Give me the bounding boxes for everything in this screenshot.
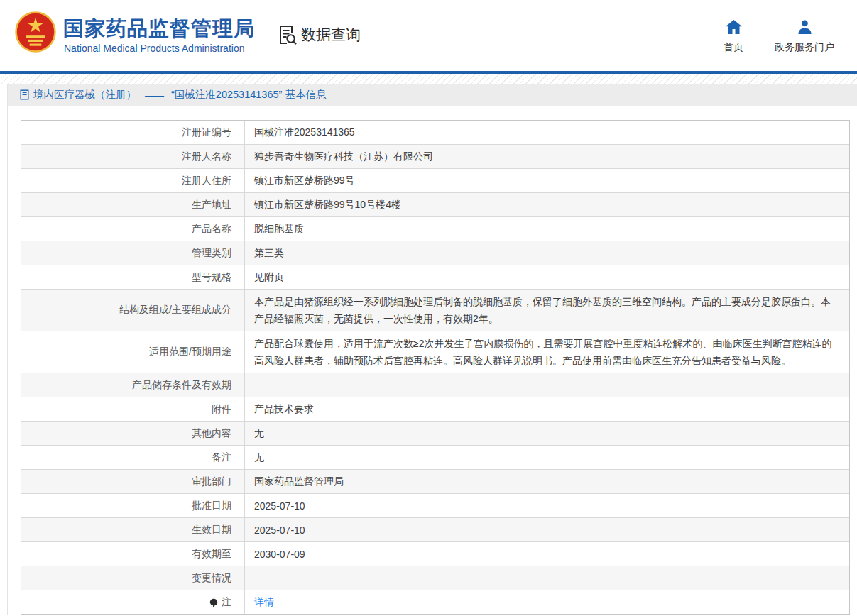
table-row: 注册人名称独步吾奇生物医疗科技（江苏）有限公司 xyxy=(21,145,849,169)
document-icon xyxy=(20,89,29,100)
table-row: 结构及组成/主要组成成分本产品是由猪源组织经一系列脱细胞处理后制备的脱细胞基质，… xyxy=(21,290,849,331)
row-value: 镇江市新区楚桥路99号10号楼4楼 xyxy=(245,193,849,216)
row-label: 备注 xyxy=(21,446,245,469)
table-row: 其他内容无 xyxy=(21,422,849,446)
row-label: 注册人住所 xyxy=(21,169,245,192)
breadcrumb: 境内医疗器械（注册） —— “国械注准20253141365” 基本信息 xyxy=(8,84,857,106)
breadcrumb-category[interactable]: 境内医疗器械（注册） xyxy=(33,88,136,101)
row-value: 2030-07-09 xyxy=(245,542,849,566)
row-value: 见附页 xyxy=(245,265,849,289)
table-row: 附件产品技术要求 xyxy=(21,397,849,422)
national-emblem-logo xyxy=(15,11,56,53)
row-value: 产品配合球囊使用，适用于流产次数≥2次并发生子宫内膜损伤的，且需要开展宫腔中重度… xyxy=(245,331,849,373)
row-value: 本产品是由猪源组织经一系列脱细胞处理后制备的脱细胞基质，保留了细胞外基质的三维空… xyxy=(245,290,849,331)
row-label: 型号规格 xyxy=(21,265,245,289)
breadcrumb-current: “国械注准20253141365” 基本信息 xyxy=(171,88,326,101)
row-value: 第三类 xyxy=(245,241,849,265)
row-value: 2025-07-10 xyxy=(245,518,849,541)
row-label: 批准日期 xyxy=(21,494,245,517)
row-label: 其他内容 xyxy=(21,422,245,445)
row-label: 产品储存条件及有效期 xyxy=(21,373,245,397)
table-row: 注册人住所镇江市新区楚桥路99号 xyxy=(21,169,849,193)
table-row: 变更情况 xyxy=(21,566,849,590)
table-row: 型号规格见附页 xyxy=(21,265,849,290)
row-value xyxy=(245,373,849,397)
note-icon xyxy=(209,598,218,608)
row-value: 无 xyxy=(245,422,849,445)
row-label: 管理类别 xyxy=(21,241,245,265)
nav-gov-portal-label: 政务服务门户 xyxy=(775,41,834,54)
row-value: 产品技术要求 xyxy=(245,397,849,421)
table-row: 注详情 xyxy=(21,590,849,614)
row-label: 产品名称 xyxy=(21,217,245,241)
top-nav: 首页 政务服务门户 xyxy=(724,20,834,54)
row-label: 附件 xyxy=(21,397,245,421)
table-row: 备注无 xyxy=(21,446,849,470)
nav-home[interactable]: 首页 xyxy=(724,20,743,54)
table-row: 管理类别第三类 xyxy=(21,241,849,265)
table-row: 生产地址镇江市新区楚桥路99号10号楼4楼 xyxy=(21,193,849,217)
table-row: 适用范围/预期用途产品配合球囊使用，适用于流产次数≥2次并发生子宫内膜损伤的，且… xyxy=(21,331,849,373)
table-row: 生效日期2025-07-10 xyxy=(21,518,849,542)
table-row: 有效期至2030-07-09 xyxy=(21,542,849,566)
row-label: 变更情况 xyxy=(21,566,245,590)
table-row: 产品名称脱细胞基质 xyxy=(21,217,849,241)
content-panel: 境内医疗器械（注册） —— “国械注准20253141365” 基本信息 注册证… xyxy=(7,84,857,615)
table-row: 审批部门国家药品监督管理局 xyxy=(21,470,849,494)
row-value: 国家药品监督管理局 xyxy=(245,470,849,493)
row-value: 独步吾奇生物医疗科技（江苏）有限公司 xyxy=(245,145,849,168)
nav-home-label: 首页 xyxy=(724,41,743,54)
data-query-label: 数据查询 xyxy=(301,25,361,45)
row-label: 生效日期 xyxy=(21,518,245,541)
user-icon xyxy=(797,20,812,36)
page-header: 国家药品监督管理局 National Medical Products Admi… xyxy=(0,0,857,71)
row-label: 审批部门 xyxy=(21,470,245,493)
table-row: 批准日期2025-07-10 xyxy=(21,494,849,518)
row-value xyxy=(245,566,849,590)
row-label: 生产地址 xyxy=(21,193,245,216)
row-label: 注 xyxy=(21,590,245,614)
row-label: 适用范围/预期用途 xyxy=(21,331,245,373)
row-value: 脱细胞基质 xyxy=(245,217,849,241)
row-label: 注册人名称 xyxy=(21,145,245,168)
org-title-zh: 国家药品监督管理局 xyxy=(63,15,255,43)
table-row: 产品储存条件及有效期 xyxy=(21,373,849,397)
row-value: 镇江市新区楚桥路99号 xyxy=(245,169,849,192)
row-value: 2025-07-10 xyxy=(245,494,849,517)
info-table: 注册证编号国械注准20253141365注册人名称独步吾奇生物医疗科技（江苏）有… xyxy=(21,120,850,615)
row-value: 国械注准20253141365 xyxy=(245,121,849,144)
detail-link[interactable]: 详情 xyxy=(254,596,274,609)
doc-search-icon xyxy=(278,24,298,45)
home-icon xyxy=(726,20,742,36)
row-value: 无 xyxy=(245,446,849,469)
table-row: 注册证编号国械注准20253141365 xyxy=(21,121,849,145)
breadcrumb-separator: —— xyxy=(145,89,163,101)
nav-gov-portal[interactable]: 政务服务门户 xyxy=(775,20,834,54)
hatch-strip xyxy=(0,74,857,84)
row-label: 结构及组成/主要组成成分 xyxy=(21,290,245,331)
row-value: 详情 xyxy=(245,590,849,614)
org-title-en: National Medical Products Administration xyxy=(64,43,244,54)
data-query-title: 数据查询 xyxy=(278,24,361,45)
row-label: 有效期至 xyxy=(21,542,245,566)
row-label: 注册证编号 xyxy=(21,121,245,144)
